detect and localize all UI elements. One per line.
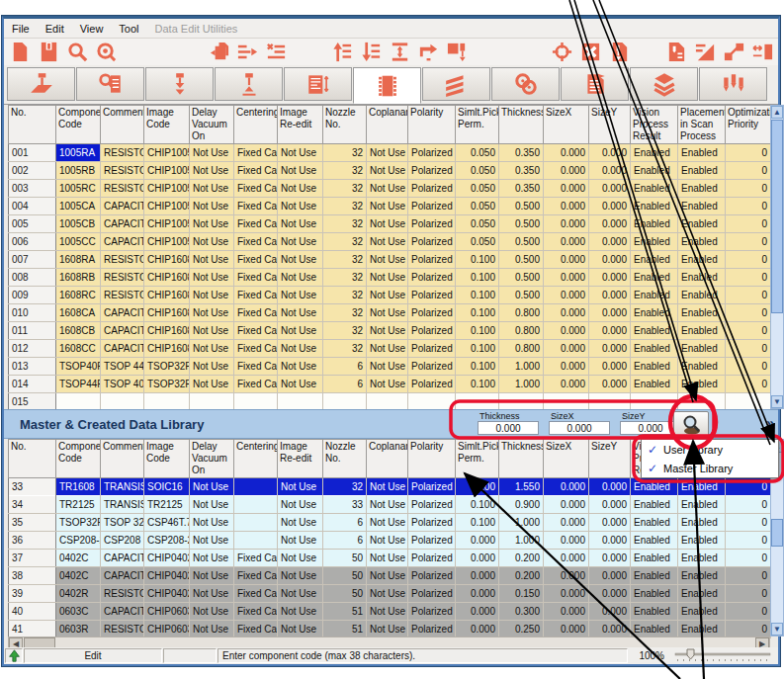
cell[interactable]: 015 — [9, 393, 56, 411]
cell[interactable] — [144, 393, 190, 411]
scroll-up-button[interactable]: ▲ — [771, 106, 783, 119]
table-row[interactable]: 34TR2125TRANSISTORTR2125Not UseNot Use33… — [9, 496, 771, 514]
cell[interactable]: 0.000 — [589, 376, 631, 393]
cell[interactable]: 0.000 — [544, 233, 589, 251]
table-row[interactable]: 0101608CACAPACITORCHIP1608CNot UseFixed … — [9, 304, 771, 322]
cell[interactable]: Not Use — [190, 496, 234, 514]
cell[interactable]: TR2125 — [144, 496, 190, 514]
cell[interactable]: 0 — [726, 603, 771, 621]
column-header[interactable]: Polarity — [408, 440, 456, 478]
cell[interactable]: 0.000 — [589, 144, 631, 162]
data-check-icon[interactable] — [94, 40, 119, 63]
cell[interactable]: Not Use — [190, 603, 234, 621]
column-header[interactable]: Thickness — [499, 440, 544, 478]
cell[interactable]: 0.000 — [589, 621, 631, 638]
cell[interactable]: 0.000 — [589, 358, 631, 376]
cell[interactable]: 0402C — [56, 550, 101, 567]
cell[interactable]: Enabled — [678, 358, 726, 376]
cell[interactable]: Not Use — [367, 621, 408, 638]
cell[interactable]: 0.000 — [589, 251, 631, 269]
cell[interactable]: 0.100 — [456, 358, 499, 376]
cell[interactable]: 0.000 — [589, 532, 631, 550]
cell[interactable]: Enabled — [678, 376, 726, 393]
cell[interactable]: Enabled — [678, 496, 726, 514]
cell[interactable]: 013 — [9, 358, 56, 376]
cell[interactable]: CSP46T.75 — [144, 514, 190, 532]
cell[interactable]: Polarized (r — [408, 478, 456, 496]
cell[interactable]: Polarized (r — [408, 215, 456, 233]
cell[interactable]: Polarized (r — [408, 567, 456, 585]
cell[interactable]: 1.000 — [499, 358, 544, 376]
cell[interactable]: CHIP1005C — [144, 198, 190, 215]
cell[interactable] — [101, 393, 144, 411]
column-header[interactable]: Image Code — [144, 106, 190, 144]
cell[interactable]: CHIP1005C — [144, 233, 190, 251]
cell[interactable]: Enabled — [631, 251, 678, 269]
cell[interactable]: Enabled — [678, 567, 726, 585]
cell[interactable]: Not Use — [367, 376, 408, 393]
cell[interactable]: Fixed Camera — [234, 550, 278, 567]
cell[interactable]: CHIP0402R — [144, 585, 190, 603]
cell[interactable] — [323, 393, 367, 411]
cell[interactable]: Polarized (r — [408, 269, 456, 287]
cell[interactable]: Not Use — [190, 621, 234, 638]
column-header[interactable]: SizeX — [544, 106, 589, 144]
cell[interactable]: 0.350 — [499, 180, 544, 198]
tab-feeder[interactable] — [422, 67, 490, 101]
cell[interactable]: 0 — [726, 567, 771, 585]
column-header[interactable]: Coplanarity — [367, 440, 408, 478]
cell[interactable]: 012 — [9, 340, 56, 358]
table-row[interactable]: 36CSP208-2CSP208CSP208-2Not UseNot Use6N… — [9, 532, 771, 550]
cell[interactable]: TSOP32P-T — [56, 514, 101, 532]
column-header[interactable]: Placement in Scan Process — [678, 106, 726, 144]
table-row[interactable]: 0121608CCCAPACITORCHIP1608CNot UseFixed … — [9, 340, 771, 358]
new-file-icon[interactable] — [8, 40, 33, 63]
cell[interactable]: 010 — [9, 304, 56, 322]
cell[interactable]: Enabled — [678, 162, 726, 180]
column-header[interactable]: Comment — [101, 106, 144, 144]
tab-search-library[interactable] — [76, 67, 144, 101]
cell[interactable]: TR2125 — [56, 496, 101, 514]
cell[interactable]: Not Use — [278, 233, 323, 251]
cell[interactable]: 003 — [9, 180, 56, 198]
part-pin-icon[interactable] — [445, 40, 470, 63]
cell[interactable]: 39 — [9, 585, 56, 603]
cell[interactable]: Not Use — [190, 287, 234, 304]
cell[interactable]: CHIP1608C — [144, 340, 190, 358]
cell[interactable]: 0 — [726, 251, 771, 269]
column-header[interactable]: No. — [9, 440, 56, 478]
cell[interactable]: RESISTOR — [101, 585, 144, 603]
zoom-slider-track[interactable] — [669, 648, 776, 663]
cell[interactable]: 0.000 — [544, 269, 589, 287]
cell[interactable]: Fixed Camera — [234, 251, 278, 269]
cell[interactable]: CSP208-2 — [144, 532, 190, 550]
cell[interactable]: Enabled — [678, 585, 726, 603]
cell[interactable]: 0.100 — [456, 478, 499, 496]
cell[interactable]: Enabled — [631, 358, 678, 376]
cell[interactable]: 37 — [9, 550, 56, 567]
cell[interactable]: RESISTOR — [101, 287, 144, 304]
cell[interactable]: Not Use — [278, 514, 323, 532]
cell[interactable]: 0 — [726, 304, 771, 322]
cell[interactable]: CHIP1005R — [144, 144, 190, 162]
cell[interactable]: 0 — [726, 233, 771, 251]
cell[interactable]: Not Use — [190, 304, 234, 322]
cell[interactable]: 0.000 — [544, 251, 589, 269]
cell[interactable]: Enabled — [678, 304, 726, 322]
cell[interactable]: TSOP32P-T — [144, 358, 190, 376]
tab-pickup[interactable] — [145, 67, 214, 101]
cell[interactable]: Polarized (r — [408, 304, 456, 322]
cell[interactable]: Enabled — [678, 514, 726, 532]
cell[interactable]: Not Use — [190, 215, 234, 233]
cell[interactable]: 0.000 — [544, 376, 589, 393]
cell[interactable]: 0.000 — [589, 603, 631, 621]
cell[interactable]: 0 — [726, 162, 771, 180]
cell[interactable]: Not Use — [190, 180, 234, 198]
cell[interactable]: Enabled — [678, 478, 726, 496]
cell[interactable]: 0.150 — [499, 585, 544, 603]
cell[interactable]: 011 — [9, 322, 56, 340]
cell[interactable]: Fixed Camera — [234, 144, 278, 162]
cell[interactable]: CAPACITOR — [101, 304, 144, 322]
cell[interactable]: 0 — [726, 532, 771, 550]
cell[interactable]: Fixed Camera — [234, 198, 278, 215]
